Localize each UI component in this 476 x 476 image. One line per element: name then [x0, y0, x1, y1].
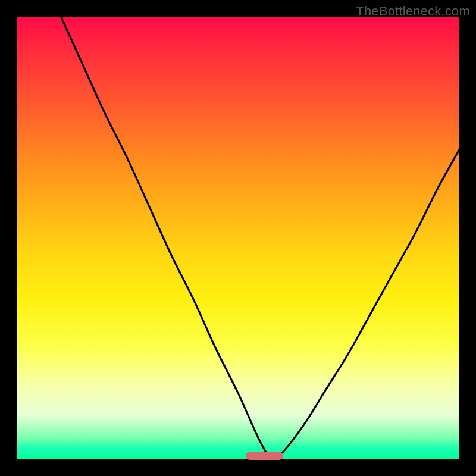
plot-area [17, 17, 459, 459]
bottleneck-curve [17, 17, 459, 459]
optimum-marker [246, 452, 283, 460]
watermark-text: TheBottleneck.com [356, 4, 470, 19]
chart-frame: TheBottleneck.com [0, 0, 476, 476]
